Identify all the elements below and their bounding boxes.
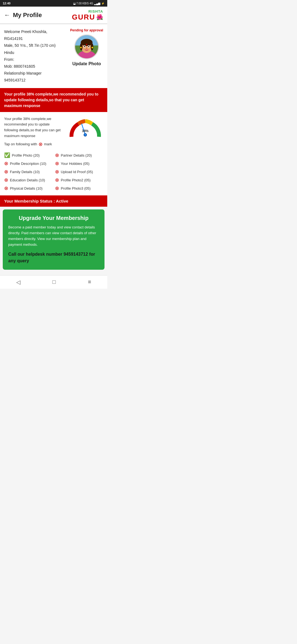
x-icon: ⊗: [55, 160, 59, 167]
checklist-item-label: Your Hobbies (05): [61, 162, 89, 166]
nav-back-button[interactable]: ◁: [16, 279, 20, 285]
progress-text-content: Your profile 38% complete,we recommended…: [4, 116, 63, 139]
profile-mob: Mob: 8800741605: [4, 63, 70, 70]
battery-icon: ⚡: [101, 2, 105, 5]
status-time: 12:40: [3, 2, 10, 5]
x-icon: ⊗: [4, 177, 8, 183]
x-icon: ⊗: [55, 152, 59, 158]
logo-container: RISHTA GURU 🌺: [72, 9, 103, 21]
svg-point-14: [80, 47, 82, 48]
progress-section: Your profile 38% complete,we recommended…: [0, 112, 107, 152]
checklist: ✅Profile Photo (20)⊗Partner Details (20)…: [0, 152, 107, 195]
checklist-item[interactable]: ⊗Upload Id Proof (05): [55, 169, 103, 175]
checklist-item-label: Profile Photo2 (05): [61, 178, 90, 182]
pending-approval-text: Pending for approval: [70, 28, 103, 32]
svg-point-13: [86, 44, 87, 45]
profile-religion: Hindu: [4, 49, 70, 56]
upgrade-description: Become a paid member today and view cont…: [8, 225, 99, 247]
progress-gauge: 38%: [67, 116, 103, 138]
nav-menu-button[interactable]: ≡: [88, 279, 91, 285]
checklist-item-label: Profile Description (10): [10, 162, 46, 166]
x-icon: ⊗: [55, 177, 59, 183]
bottom-nav: ◁ □ ≡: [0, 275, 107, 289]
check-icon: ✅: [4, 152, 10, 158]
checklist-item[interactable]: ⊗Profile Photo3 (05): [55, 185, 103, 191]
checklist-item[interactable]: ⊗Physical Details (10): [4, 185, 52, 191]
membership-status-bar: Your Membership Status : Active: [0, 195, 107, 207]
header-left: ← My Profile: [4, 12, 42, 19]
svg-point-18: [84, 134, 86, 136]
checklist-item-label: Profile Photo3 (05): [61, 186, 90, 190]
network-type: 4G: [90, 2, 93, 5]
status-bar: 12:40 ⬓ 7.00 KB/S 4G ▂▄▆ ⚡: [0, 0, 107, 7]
completion-banner: Your profile 38% complete,we recommended…: [0, 88, 107, 112]
checklist-item-label: Upload Id Proof (05): [61, 170, 93, 174]
status-right: ⬓ 7.00 KB/S 4G ▂▄▆ ⚡: [73, 2, 105, 5]
svg-point-12: [86, 48, 87, 49]
network-speed: 7.00 KB/S: [76, 2, 89, 5]
x-icon: ⊗: [4, 160, 8, 167]
header: ← My Profile RISHTA GURU 🌺: [0, 7, 107, 24]
checklist-item[interactable]: ⊗Education Details (10): [4, 177, 52, 183]
logo-guru: GURU: [72, 13, 95, 21]
checklist-item[interactable]: ⊗Profile Photo2 (05): [55, 177, 103, 183]
profile-from: From:: [4, 56, 70, 63]
gauge-container: 38%: [67, 116, 103, 139]
checklist-item[interactable]: ⊗Your Hobbies (05): [55, 160, 103, 167]
update-photo-button[interactable]: Update Photo: [72, 61, 101, 66]
checklist-item[interactable]: ⊗Profile Description (10): [4, 160, 52, 167]
checklist-item[interactable]: ✅Profile Photo (20): [4, 152, 52, 158]
checklist-item[interactable]: ⊗Partner Details (20): [55, 152, 103, 158]
profile-photo-area: Pending for approval: [70, 28, 103, 66]
checklist-item-label: Partner Details (20): [61, 153, 92, 157]
x-icon: ⊗: [55, 185, 59, 191]
back-button[interactable]: ←: [4, 12, 10, 19]
upgrade-section[interactable]: Upgrade Your Membership Become a paid me…: [3, 209, 105, 269]
x-icon: ⊗: [55, 169, 59, 175]
completion-banner-text: Your profile 38% complete,we recommended…: [4, 92, 98, 108]
profile-details: Male, 50 Yrs., 5ft 7in (170 cm): [4, 42, 70, 49]
x-icon: ⊗: [4, 185, 8, 191]
upgrade-title: Upgrade Your Membership: [8, 215, 99, 221]
bluetooth-icon: ⬓: [73, 2, 76, 5]
checklist-item-label: Education Details (10): [10, 178, 45, 182]
membership-status-text: Your Membership Status : Active: [4, 199, 68, 203]
svg-text:38%: 38%: [82, 129, 89, 133]
checklist-item-label: Physical Details (10): [10, 186, 43, 190]
tap-instruction: Tap on following with ⊗ mark: [4, 140, 63, 148]
tap-text: Tap on following with: [4, 141, 37, 147]
checklist-item-label: Profile Photo (20): [12, 153, 40, 157]
profile-section: Welcome Preeti Khoshla, RG414191 Male, 5…: [0, 24, 107, 88]
progress-description: Your profile 38% complete,we recommended…: [4, 116, 63, 148]
page-title: My Profile: [13, 12, 42, 19]
svg-point-10: [84, 46, 85, 47]
signal-icon: ▂▄▆: [94, 2, 100, 5]
profile-rm: Relationship Manager: [4, 70, 70, 77]
profile-rm-phone: 9459143712: [4, 77, 70, 84]
helpdesk-text: Call our helpdesk number 9459143712 for …: [8, 251, 99, 264]
checklist-item[interactable]: ⊗Family Details (10): [4, 169, 52, 175]
avatar-image: [75, 34, 98, 59]
profile-welcome: Welcome Preeti Khoshla,: [4, 28, 70, 35]
x-icon: ⊗: [4, 169, 8, 175]
checklist-item-label: Family Details (10): [10, 170, 40, 174]
nav-home-button[interactable]: □: [53, 279, 56, 285]
svg-point-6: [80, 43, 82, 50]
profile-avatar[interactable]: [74, 34, 99, 59]
profile-info: Welcome Preeti Khoshla, RG414191 Male, 5…: [4, 28, 70, 84]
svg-point-11: [88, 46, 89, 47]
x-mark-icon: ⊗: [38, 140, 43, 148]
profile-id: RG414191: [4, 35, 70, 42]
svg-point-15: [92, 47, 93, 48]
mark-text: mark: [44, 141, 52, 147]
svg-point-7: [91, 43, 93, 50]
logo-icon: 🌺: [96, 14, 103, 20]
